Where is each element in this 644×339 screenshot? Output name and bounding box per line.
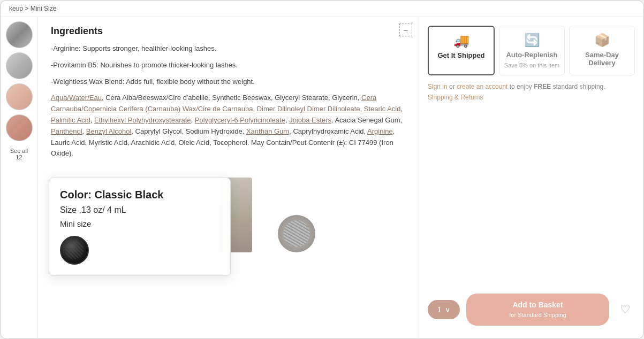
- auto-replenish-label: Auto-Replenish: [506, 51, 557, 59]
- color-popup: Color: Classic Black Size .13 oz/ 4 mL M…: [49, 178, 231, 276]
- bullet-1: -Arginine: Supports stronger, healthier-…: [51, 43, 406, 55]
- free-text: FREE: [534, 83, 551, 90]
- left-sidebar: See all 12: [1, 17, 38, 338]
- get-it-shipped-label: Get It Shipped: [437, 51, 484, 59]
- see-all-label[interactable]: See all 12: [10, 148, 28, 160]
- ingredients-text: -Arginine: Supports stronger, healthier-…: [51, 43, 406, 159]
- add-to-basket-button[interactable]: Add to Basket for Standard Shipping: [466, 294, 609, 326]
- bullet-3: -Weightless Wax Blend: Adds full, flexib…: [51, 76, 406, 88]
- shipping-returns-link[interactable]: Shipping & Returns: [428, 93, 635, 102]
- quantity-selector[interactable]: 1 ∨: [428, 300, 460, 319]
- shipping-option-same-day[interactable]: 📦 Same-Day Delivery: [569, 26, 635, 75]
- wishlist-button[interactable]: ♡: [616, 300, 635, 319]
- thumbnail-3[interactable]: [6, 83, 33, 110]
- truck-icon: 🚚: [453, 33, 469, 48]
- sign-in-link[interactable]: Sign in: [428, 83, 448, 90]
- auto-replenish-sublabel: Save 5% on this item: [504, 62, 559, 68]
- add-basket-row: 1 ∨ Add to Basket for Standard Shipping …: [428, 289, 635, 330]
- breadcrumb: keup > Mini Size: [1, 1, 643, 17]
- collapse-button[interactable]: –: [399, 24, 412, 36]
- thumbnail-4[interactable]: [6, 114, 33, 141]
- create-account-link[interactable]: create an account: [457, 83, 507, 90]
- quantity-chevron: ∨: [445, 305, 450, 314]
- product-images: [220, 178, 315, 252]
- full-ingredients-list: Aqua/Water/Eau, Cera Alba/Beeswax/Cire d…: [51, 93, 406, 159]
- page-container: keup > Mini Size See all 12 Ingredients …: [0, 0, 644, 339]
- ingredients-title: Ingredients: [51, 26, 406, 37]
- thumbnail-2[interactable]: [6, 52, 33, 79]
- mini-label: Mini size: [60, 219, 219, 228]
- heart-icon: ♡: [620, 303, 631, 317]
- color-title: Color: Classic Black: [60, 189, 219, 201]
- bullet-2: -Provitamin B5: Nourishes to promote thi…: [51, 60, 406, 71]
- same-day-label: Same-Day Delivery: [574, 51, 630, 67]
- shipping-option-get-it-shipped[interactable]: 🚚 Get It Shipped: [428, 26, 495, 75]
- product-image-round-inner: [283, 220, 310, 247]
- thumbnail-1[interactable]: [6, 21, 33, 48]
- color-swatch[interactable]: [60, 236, 89, 265]
- sign-in-text: Sign in or create an account to enjoy FR…: [428, 82, 635, 102]
- center-content: Ingredients -Arginine: Supports stronger…: [38, 17, 419, 338]
- shipping-option-auto-replenish[interactable]: 🔄 Auto-Replenish Save 5% on this item: [499, 26, 565, 75]
- shipping-options: 🚚 Get It Shipped 🔄 Auto-Replenish Save 5…: [428, 26, 635, 75]
- breadcrumb-text: keup > Mini Size: [9, 5, 56, 12]
- replenish-icon: 🔄: [524, 33, 540, 48]
- product-image-round: [278, 215, 315, 252]
- box-icon: 📦: [594, 33, 610, 48]
- add-basket-sublabel: for Standard Shipping: [509, 312, 566, 318]
- add-basket-label: Add to Basket: [512, 301, 563, 309]
- spacer: [428, 109, 635, 283]
- size-label: Size .13 oz/ 4 mL: [60, 205, 219, 215]
- quantity-value: 1: [437, 305, 442, 314]
- right-sidebar: 🚚 Get It Shipped 🔄 Auto-Replenish Save 5…: [419, 17, 643, 338]
- main-area: See all 12 Ingredients -Arginine: Suppor…: [1, 17, 643, 338]
